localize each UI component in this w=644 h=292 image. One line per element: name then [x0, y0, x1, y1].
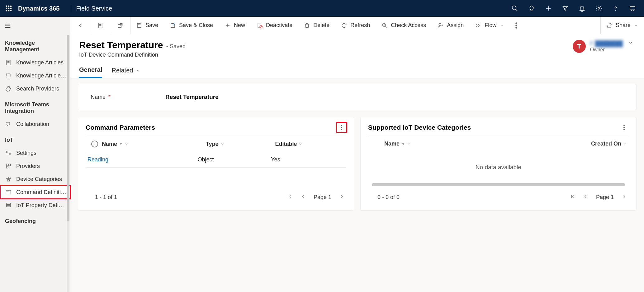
- pager-next-icon[interactable]: [339, 194, 344, 201]
- flow-label: Flow: [485, 22, 496, 29]
- column-name-2[interactable]: Name: [384, 141, 506, 147]
- sidebar-item-label: Settings: [16, 150, 36, 156]
- sidebar-item-collaboration[interactable]: Collaboration: [0, 118, 70, 131]
- svg-point-0: [6, 6, 7, 7]
- form-tabs: General Related: [70, 58, 644, 78]
- sidebar-item-command-definitions[interactable]: Command Definiti…: [0, 186, 70, 199]
- sidebar-item-label: Collaboration: [16, 121, 49, 127]
- sidebar-item-label: IoT Property Defi…: [16, 202, 64, 209]
- pager-prev-icon[interactable]: [583, 194, 589, 201]
- chat-icon: [5, 121, 12, 127]
- new-button[interactable]: New: [219, 17, 251, 34]
- command-parameters-pager: 1 - 1 of 1 Page 1: [86, 186, 346, 203]
- column-editable[interactable]: Editable: [275, 141, 344, 147]
- check-access-button[interactable]: Check Access: [376, 17, 432, 34]
- pager-first-icon[interactable]: [570, 194, 575, 201]
- save-button[interactable]: Save: [130, 17, 164, 34]
- command-parameters-panel: Command Parameters Name Typ: [78, 117, 354, 211]
- svg-rect-34: [6, 190, 11, 194]
- column-type[interactable]: Type: [206, 141, 275, 147]
- name-field-card: Name * Reset Temperature: [78, 84, 637, 110]
- assign-button[interactable]: Assign: [432, 17, 470, 34]
- search-icon[interactable]: [506, 0, 523, 17]
- refresh-button[interactable]: Refresh: [335, 17, 376, 34]
- plus-icon[interactable]: [540, 0, 557, 17]
- chevron-down-icon: [407, 142, 411, 146]
- sidebar-item-device-categories[interactable]: Device Categories: [0, 173, 70, 186]
- header-chevron-icon[interactable]: [626, 40, 635, 45]
- sidebar-item-knowledge-article-templates[interactable]: Knowledge Article…: [0, 69, 70, 82]
- main-region: Save Save & Close New Deactivate Delete …: [70, 17, 644, 292]
- sidebar-collapse-icon[interactable]: [0, 19, 70, 34]
- gear-icon[interactable]: [590, 0, 607, 17]
- document-icon: [5, 59, 12, 66]
- svg-point-55: [341, 125, 342, 126]
- column-name[interactable]: Name: [102, 141, 206, 147]
- table-row[interactable]: Reading Object Yes: [86, 152, 346, 168]
- lightbulb-icon[interactable]: [523, 0, 540, 17]
- chevron-down-icon: [220, 142, 224, 146]
- back-button[interactable]: [70, 17, 90, 34]
- app-launcher-icon[interactable]: [3, 5, 14, 12]
- task-icon[interactable]: [90, 17, 110, 34]
- tab-related[interactable]: Related: [111, 66, 140, 78]
- deactivate-label: Deactivate: [266, 22, 292, 29]
- pager-next-icon[interactable]: [621, 194, 627, 201]
- delete-button[interactable]: Delete: [298, 17, 335, 34]
- refresh-label: Refresh: [350, 22, 370, 29]
- sidebar-scrollbar-thumb[interactable]: [67, 35, 69, 221]
- sidebar-item-iot-settings[interactable]: Settings: [0, 146, 70, 160]
- column-created-on[interactable]: Created On: [506, 141, 627, 147]
- supported-categories-more-button[interactable]: [619, 123, 629, 132]
- sidebar-item-search-providers[interactable]: Search Providers: [0, 82, 70, 95]
- owner-label: Owner: [590, 47, 623, 53]
- chevron-down-icon: [299, 142, 302, 146]
- pager-first-icon[interactable]: [287, 194, 293, 201]
- save-close-button[interactable]: Save & Close: [164, 17, 219, 34]
- new-label: New: [234, 22, 245, 29]
- app-name[interactable]: Field Service: [76, 5, 112, 12]
- select-all-checkbox[interactable]: [88, 141, 102, 147]
- sort-asc-icon: [401, 142, 405, 146]
- tab-general[interactable]: General: [79, 66, 102, 78]
- name-field-value[interactable]: Reset Temperature: [165, 94, 219, 100]
- assistant-icon[interactable]: [624, 0, 641, 17]
- pager-page: Page 1: [314, 194, 331, 201]
- brand-label[interactable]: Dynamics 365: [18, 5, 59, 12]
- filter-icon[interactable]: [557, 0, 574, 17]
- svg-point-4: [8, 8, 9, 9]
- svg-point-53: [516, 27, 517, 28]
- pager-page: Page 1: [596, 194, 614, 201]
- global-top-bar: Dynamics 365 Field Service: [0, 0, 644, 17]
- deactivate-button[interactable]: Deactivate: [251, 17, 298, 34]
- page-header: Reset Temperature - Saved IoT Device Com…: [70, 34, 644, 58]
- sidebar-item-label: Device Categories: [16, 176, 62, 183]
- sidebar-item-command-definitions-highlighted: Command Definiti…: [0, 186, 70, 199]
- svg-point-5: [10, 8, 11, 9]
- popout-icon[interactable]: [110, 17, 130, 34]
- share-label: Share: [616, 22, 631, 29]
- pager-prev-icon[interactable]: [301, 194, 306, 201]
- owner-block[interactable]: T F ███████ Owner: [573, 40, 623, 53]
- sidebar-item-label: Providers: [16, 163, 40, 169]
- sidebar-item-iot-property-definitions[interactable]: IoT Property Defi…: [0, 199, 70, 212]
- more-commands-button[interactable]: [510, 17, 523, 34]
- flow-button[interactable]: Flow: [470, 17, 510, 34]
- document-icon: [5, 72, 12, 79]
- command-icon: [5, 189, 12, 196]
- command-parameters-more-button[interactable]: [337, 123, 346, 132]
- svg-point-56: [341, 127, 342, 128]
- help-icon[interactable]: [607, 0, 624, 17]
- sidebar-item-iot-providers[interactable]: Providers: [0, 160, 70, 173]
- sidebar-item-knowledge-articles[interactable]: Knowledge Articles: [0, 56, 70, 69]
- svg-rect-32: [9, 177, 11, 178]
- bell-icon[interactable]: [574, 0, 590, 17]
- horizontal-scrollbar[interactable]: [372, 183, 625, 186]
- share-button[interactable]: Share: [601, 17, 644, 34]
- sidebar-item-label: Knowledge Articles: [16, 59, 64, 66]
- row-name-link[interactable]: Reading: [88, 156, 108, 163]
- svg-rect-31: [6, 177, 8, 178]
- svg-point-9: [512, 6, 516, 10]
- category-icon: [5, 176, 12, 183]
- save-close-label: Save & Close: [179, 22, 213, 29]
